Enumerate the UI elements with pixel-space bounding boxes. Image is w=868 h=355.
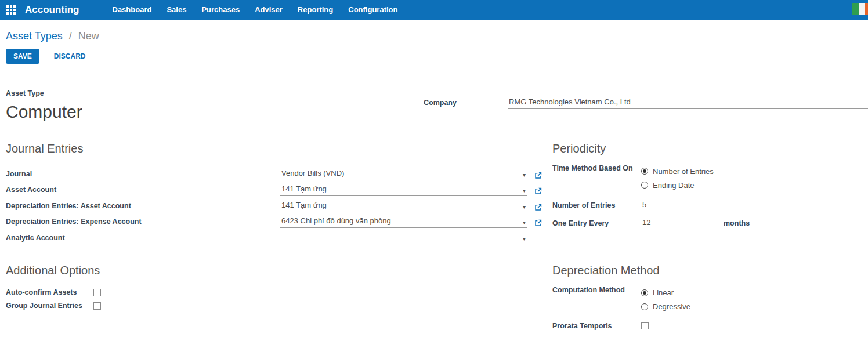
breadcrumb: Asset Types / New bbox=[6, 30, 868, 42]
field-row-analytic-account: Analytic Account ▾ bbox=[6, 228, 552, 244]
dropdown-caret-icon[interactable]: ▾ bbox=[523, 187, 526, 194]
depreciation-method-heading: Depreciation Method bbox=[552, 264, 868, 277]
radio-icon[interactable] bbox=[641, 303, 648, 310]
top-navbar: Accounting Dashboard Sales Purchases Adv… bbox=[0, 0, 868, 20]
number-of-entries-row: Number of Entries 5 bbox=[552, 200, 868, 211]
company-label: Company bbox=[424, 99, 508, 109]
breadcrumb-current: New bbox=[78, 30, 99, 42]
dep-expense-account-label: Depreciation Entries: Expense Account bbox=[6, 218, 280, 228]
analytic-account-select[interactable]: ▾ bbox=[280, 233, 527, 244]
main-menu: Dashboard Sales Purchases Adviser Report… bbox=[105, 0, 406, 20]
asset-account-value: 141 Tạm ứng bbox=[281, 184, 327, 193]
radio-number-of-entries[interactable]: Number of Entries bbox=[641, 164, 714, 178]
radio-label: Linear bbox=[653, 288, 674, 297]
company-field: Company RMG Technologies Vietnam Co., Lt… bbox=[424, 97, 868, 109]
form-sheet: Asset Type Computer Company RMG Technolo… bbox=[0, 64, 868, 335]
one-entry-every-input[interactable]: 12 bbox=[641, 218, 717, 229]
nav-item-reporting[interactable]: Reporting bbox=[290, 0, 341, 20]
discard-button[interactable]: DISCARD bbox=[54, 52, 86, 60]
nav-item-dashboard[interactable]: Dashboard bbox=[105, 0, 160, 20]
external-link-icon[interactable] bbox=[534, 172, 542, 179]
group-journal-label: Group Journal Entries bbox=[6, 302, 93, 310]
asset-account-label: Asset Account bbox=[6, 186, 280, 196]
number-of-entries-label: Number of Entries bbox=[552, 201, 641, 211]
asset-type-input[interactable]: Computer bbox=[6, 97, 397, 128]
prorata-checkbox[interactable] bbox=[641, 322, 649, 329]
time-method-row: Time Method Based On Number of Entries E… bbox=[552, 164, 868, 192]
months-suffix: months bbox=[724, 219, 750, 229]
dep-asset-account-label: Depreciation Entries: Asset Account bbox=[6, 202, 280, 212]
radio-linear[interactable]: Linear bbox=[641, 286, 690, 300]
journal-entries-heading: Journal Entries bbox=[6, 142, 552, 155]
journal-value: Vendor Bills (VND) bbox=[281, 169, 344, 178]
computation-method-row: Computation Method Linear Degressive bbox=[552, 286, 868, 314]
nav-item-configuration[interactable]: Configuration bbox=[341, 0, 405, 20]
field-row-dep-asset-account: Depreciation Entries: Asset Account 141 … bbox=[6, 196, 552, 212]
external-link-icon[interactable] bbox=[534, 204, 542, 211]
radio-icon[interactable] bbox=[641, 289, 648, 296]
periodicity-heading: Periodicity bbox=[552, 142, 868, 155]
prorata-label: Prorata Temporis bbox=[552, 322, 641, 330]
control-panel: Asset Types / New SAVE DISCARD bbox=[0, 20, 868, 64]
number-of-entries-input[interactable]: 5 bbox=[641, 200, 868, 211]
computation-method-label: Computation Method bbox=[552, 286, 641, 296]
analytic-account-label: Analytic Account bbox=[6, 234, 280, 244]
external-link-icon[interactable] bbox=[534, 219, 542, 227]
group-journal-row: Group Journal Entries bbox=[6, 299, 552, 313]
radio-degressive[interactable]: Degressive bbox=[641, 300, 690, 314]
field-row-asset-account: Asset Account 141 Tạm ứng ▾ bbox=[6, 180, 552, 197]
nav-item-purchases[interactable]: Purchases bbox=[194, 0, 247, 20]
save-button[interactable]: SAVE bbox=[6, 49, 39, 64]
auto-confirm-row: Auto-confirm Assets bbox=[6, 286, 552, 299]
breadcrumb-separator: / bbox=[69, 30, 72, 42]
radio-label: Ending Date bbox=[653, 181, 695, 190]
dep-expense-account-select[interactable]: 6423 Chi phí đồ dùng văn phòng ▾ bbox=[280, 216, 527, 228]
dep-expense-account-value: 6423 Chi phí đồ dùng văn phòng bbox=[281, 216, 391, 225]
dep-asset-account-value: 141 Tạm ứng bbox=[281, 201, 327, 209]
action-buttons: SAVE DISCARD bbox=[6, 49, 868, 64]
prorata-row: Prorata Temporis bbox=[552, 322, 868, 330]
radio-icon[interactable] bbox=[641, 182, 648, 189]
group-journal-checkbox[interactable] bbox=[93, 302, 101, 310]
journal-label: Journal bbox=[6, 170, 280, 180]
one-entry-every-row: One Entry Every 12 months bbox=[552, 218, 868, 229]
radio-label: Number of Entries bbox=[653, 167, 714, 176]
auto-confirm-checkbox[interactable] bbox=[93, 289, 101, 296]
additional-options-heading: Additional Options bbox=[6, 264, 552, 277]
apps-grid-icon[interactable] bbox=[6, 5, 16, 15]
breadcrumb-asset-types[interactable]: Asset Types bbox=[6, 30, 63, 42]
journal-select[interactable]: Vendor Bills (VND) ▾ bbox=[280, 169, 527, 180]
time-method-label: Time Method Based On bbox=[552, 164, 641, 174]
field-row-journal: Journal Vendor Bills (VND) ▾ bbox=[6, 164, 552, 180]
asset-type-label: Asset Type bbox=[6, 89, 397, 97]
asset-account-select[interactable]: 141 Tạm ứng ▾ bbox=[280, 184, 527, 196]
radio-icon[interactable] bbox=[641, 168, 648, 175]
dep-asset-account-select[interactable]: 141 Tạm ứng ▾ bbox=[280, 201, 527, 212]
dropdown-caret-icon[interactable]: ▾ bbox=[523, 204, 526, 210]
dropdown-caret-icon[interactable]: ▾ bbox=[523, 236, 526, 242]
one-entry-every-label: One Entry Every bbox=[552, 219, 641, 229]
app-title[interactable]: Accounting bbox=[25, 4, 79, 16]
radio-label: Degressive bbox=[653, 302, 690, 311]
dropdown-caret-icon[interactable]: ▾ bbox=[523, 219, 526, 226]
nav-item-sales[interactable]: Sales bbox=[159, 0, 194, 20]
field-row-dep-expense-account: Depreciation Entries: Expense Account 64… bbox=[6, 212, 552, 229]
company-input[interactable]: RMG Technologies Vietnam Co., Ltd bbox=[508, 97, 868, 109]
external-link-icon[interactable] bbox=[534, 187, 542, 195]
radio-ending-date[interactable]: Ending Date bbox=[641, 178, 714, 192]
nav-item-adviser[interactable]: Adviser bbox=[247, 0, 290, 20]
dropdown-caret-icon[interactable]: ▾ bbox=[523, 172, 526, 178]
auto-confirm-label: Auto-confirm Assets bbox=[6, 288, 93, 296]
language-flag-icon[interactable] bbox=[852, 3, 868, 15]
asset-type-block: Asset Type Computer bbox=[6, 89, 397, 128]
